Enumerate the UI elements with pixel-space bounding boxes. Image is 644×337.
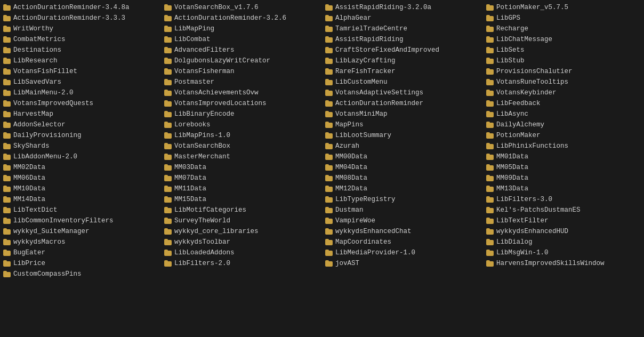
list-item[interactable]: Postmaster [161,77,322,87]
list-item[interactable]: HarvensImprovedSkillsWindow [483,258,644,269]
list-item[interactable]: LibMainMenu-2.0 [0,87,161,98]
list-item[interactable]: Kel's-PatchsDustmanES [483,205,644,215]
list-item[interactable]: BugEater [0,247,161,258]
list-item[interactable]: MM14Data [0,194,161,205]
list-item[interactable]: VotansAchievementsOvw [161,87,322,98]
list-item[interactable]: MapPins [322,119,483,130]
list-item[interactable]: LibChatMessage [483,34,644,45]
list-item[interactable]: LibMotifCategories [161,205,322,215]
list-item[interactable]: LibTextDict [0,205,161,215]
list-item[interactable]: MapCoordinates [322,237,483,247]
list-item[interactable]: LibBinaryEncode [161,109,322,119]
list-item[interactable]: Lorebooks [161,119,322,130]
list-item[interactable]: LibCombat [161,34,322,45]
list-item[interactable]: wykkydsToolbar [161,237,322,247]
list-item[interactable]: LibAsync [483,109,644,119]
list-item[interactable]: LibCustomMenu [322,77,483,87]
list-item[interactable]: MM01Data [483,151,644,162]
list-item[interactable]: VotansRuneTooltips [483,77,644,87]
list-item[interactable]: VotansMiniMap [322,109,483,119]
list-item[interactable]: LibTextFilter [483,215,644,226]
list-item[interactable]: LibFilters-2.0 [161,258,322,269]
list-item[interactable]: PotionMaker [483,130,644,141]
list-item[interactable]: wykkydsEnhancedHUD [483,226,644,237]
list-item[interactable]: AssistRapidRiding [322,34,483,45]
list-item[interactable]: LibFeedback [483,98,644,109]
list-item[interactable]: LibStub [483,55,644,66]
list-item[interactable]: LibMsgWin-1.0 [483,247,644,258]
list-item[interactable]: AssistRapidRiding-3.2.0a [322,2,483,13]
list-item[interactable]: PotionMaker_v5.7.5 [483,2,644,13]
list-item[interactable]: CustomCompassPins [0,269,161,279]
list-item[interactable]: wykkyd_SuiteManager [0,226,161,237]
list-item[interactable]: Dustman [322,205,483,215]
list-item[interactable]: DolgubonsLazyWritCreator [161,55,322,66]
list-item[interactable]: Destinations [0,45,161,55]
list-item[interactable]: ActionDurationReminder-3.2.6 [161,13,322,23]
list-item[interactable]: MM08Data [322,173,483,183]
list-item[interactable]: libCommonInventoryFilters [0,215,161,226]
list-item[interactable]: LibAddonMenu-2.0 [0,151,161,162]
list-item[interactable]: VotanSearchBox [161,141,322,151]
list-item[interactable]: LibMediaProvider-1.0 [322,247,483,258]
list-item[interactable]: MasterMerchant [161,151,322,162]
list-item[interactable]: VotansKeybinder [483,87,644,98]
list-item[interactable]: MM00Data [322,151,483,162]
list-item[interactable]: MM06Data [0,173,161,183]
list-item[interactable]: LibLootSummary [322,130,483,141]
list-item[interactable]: wykkydsМacros [0,237,161,247]
list-item[interactable]: SurveyTheWorld [161,215,322,226]
list-item[interactable]: LibLazyCrafting [322,55,483,66]
list-item[interactable]: VotansImprovedQuests [0,98,161,109]
list-item[interactable]: Recharge [483,23,644,34]
list-item[interactable]: LibPhinixFunctions [483,141,644,151]
list-item[interactable]: MM13Data [483,183,644,194]
list-item[interactable]: LibPrice [0,258,161,269]
list-item[interactable]: TamrielTradeCentre [322,23,483,34]
list-item[interactable]: MM07Data [161,173,322,183]
list-item[interactable]: VotanSearchBox_v1.7.6 [161,2,322,13]
list-item[interactable]: wykkydsEnhancedChat [322,226,483,237]
list-item[interactable]: CombatMetrics [0,34,161,45]
list-item[interactable]: LibLoadedAddons [161,247,322,258]
list-item[interactable]: MM03Data [161,162,322,173]
list-item[interactable]: AddonSelector [0,119,161,130]
list-item[interactable]: ActionDurationReminder-3.3.3 [0,13,161,23]
list-item[interactable]: MM12Data [322,183,483,194]
list-item[interactable]: MM11Data [161,183,322,194]
list-item[interactable]: SkyShards [0,141,161,151]
list-item[interactable]: DailyAlchemy [483,119,644,130]
list-item[interactable]: MM04Data [322,162,483,173]
list-item[interactable]: MM09Data [483,173,644,183]
list-item[interactable]: MM15Data [161,194,322,205]
list-item[interactable]: wykkyd_core_libraries [161,226,322,237]
list-item[interactable]: LibSavedVars [0,77,161,87]
list-item[interactable]: ActionDurationReminder [322,98,483,109]
list-item[interactable]: LibTypeRegistry [322,194,483,205]
list-item[interactable]: WritWorthy [0,23,161,34]
list-item[interactable]: VotansFisherman [161,66,322,77]
list-item[interactable]: VotansImprovedLocations [161,98,322,109]
list-item[interactable]: MM05Data [483,162,644,173]
list-item[interactable]: LibDialog [483,237,644,247]
list-item[interactable]: DailyProvisioning [0,130,161,141]
list-item[interactable]: LibResearch [0,55,161,66]
list-item[interactable]: ProvisionsChalutier [483,66,644,77]
list-item[interactable]: MM02Data [0,162,161,173]
list-item[interactable]: AdvancedFilters [161,45,322,55]
list-item[interactable]: MM10Data [0,183,161,194]
list-item[interactable]: ActionDurationReminder-3.4.8a [0,2,161,13]
list-item[interactable]: LibMapPins-1.0 [161,130,322,141]
list-item[interactable]: jovAST [322,258,483,269]
list-item[interactable]: LibGPS [483,13,644,23]
list-item[interactable]: LibSets [483,45,644,55]
list-item[interactable]: VotansAdaptiveSettings [322,87,483,98]
list-item[interactable]: RareFishTracker [322,66,483,77]
list-item[interactable]: LibFilters-3.0 [483,194,644,205]
list-item[interactable]: HarvestMap [0,109,161,119]
list-item[interactable]: LibMapPing [161,23,322,34]
list-item[interactable]: Azurah [322,141,483,151]
list-item[interactable]: VampireWoe [322,215,483,226]
list-item[interactable]: AlphaGear [322,13,483,23]
list-item[interactable]: CraftStoreFixedAndImproved [322,45,483,55]
